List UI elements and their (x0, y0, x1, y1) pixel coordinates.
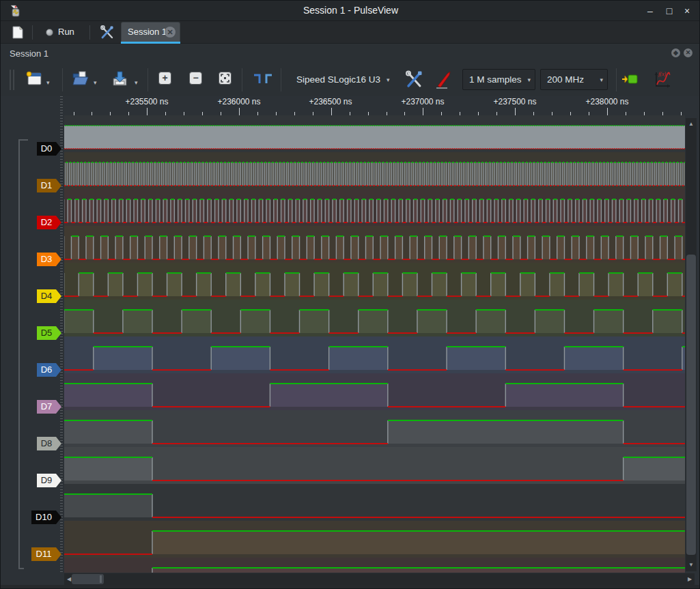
save-file-button[interactable] (111, 70, 129, 90)
horizontal-scroll-handle[interactable] (72, 574, 104, 584)
bottom-strip (1, 585, 700, 589)
chevron-down-icon: ▾ (600, 76, 603, 83)
ruler-major-tick (239, 108, 240, 115)
toolbar-drag-handle[interactable] (10, 70, 14, 90)
scroll-down-icon[interactable]: ▼ (686, 560, 697, 570)
open-file-button[interactable] (71, 70, 89, 90)
vertical-scroll-handle[interactable] (686, 255, 696, 555)
main-toolbar: Run Session 1 ✕ (1, 21, 700, 44)
add-math-signal-button[interactable]: f(x) (652, 70, 673, 90)
open-folder-icon (71, 70, 89, 87)
close-session-icon[interactable]: ✕ (684, 48, 692, 57)
time-ruler[interactable]: +235500 ns+236000 ns+236500 ns+237000 ns… (1, 96, 700, 115)
close-button[interactable]: × (679, 3, 695, 18)
wrench-screwdriver-icon (404, 70, 424, 90)
capture-toolbar: ▾ ▾ ▾ + − (1, 64, 700, 96)
settings-button[interactable] (99, 25, 115, 40)
save-icon (111, 70, 129, 88)
channel-tag-d11[interactable]: D11 (31, 547, 61, 561)
ruler-hatch-column (60, 96, 63, 573)
pulseview-window: Session 1 - PulseView – □ × Run (0, 0, 700, 589)
save-file-dropdown[interactable]: ▾ (135, 75, 138, 96)
minimize-button[interactable]: – (642, 3, 658, 18)
tools-icon (99, 25, 115, 40)
ruler-tick-label: +237500 ns (493, 97, 536, 106)
decoder-icon (621, 70, 640, 89)
session-title: Session 1 (10, 48, 48, 59)
ruler-tick-label: +236500 ns (309, 97, 352, 106)
toolbar-separator (148, 68, 148, 91)
trace-group-bracket[interactable] (18, 139, 28, 569)
channel-tag-d4[interactable]: D4 (37, 289, 61, 303)
open-file-dropdown[interactable]: ▾ (94, 75, 97, 96)
sample-count-value: 1 M samples (469, 74, 522, 85)
ruler-major-tick (147, 108, 148, 115)
math-function-icon: f(x) (652, 70, 673, 90)
scroll-grip (100, 575, 102, 583)
channel-tag-d1[interactable]: D1 (37, 179, 61, 192)
chevron-down-icon: ▾ (527, 76, 531, 83)
new-session-button[interactable] (10, 25, 25, 40)
ruler-major-tick (423, 108, 423, 115)
toolbar-separator (32, 25, 33, 40)
ruler-major-tick (331, 108, 332, 115)
ruler-major-tick (515, 108, 516, 115)
toolbar-separator (62, 68, 63, 91)
channel-tag-d3[interactable]: D3 (37, 253, 61, 266)
trigger-icon (252, 70, 274, 89)
new-session-icon (10, 25, 25, 40)
vertical-scrollbar[interactable]: ▲ ▼ (686, 118, 697, 571)
chevron-down-icon: ▾ (387, 76, 390, 83)
new-session-dropdown[interactable]: ▾ (46, 75, 50, 96)
sample-rate-combobox[interactable]: 200 MHz ▾ (540, 69, 608, 90)
channels-button[interactable] (434, 70, 454, 90)
trigger-settings-button[interactable] (252, 70, 274, 90)
svg-text:f(x): f(x) (658, 71, 666, 77)
window-title: Session 1 - PulseView (1, 5, 700, 16)
toolbar-separator (281, 68, 281, 91)
ruler-tick-label: +236000 ns (217, 97, 260, 106)
channel-tag-d5[interactable]: D5 (37, 326, 61, 340)
waveform-canvas[interactable] (64, 115, 685, 573)
capture-state-icon (46, 29, 53, 36)
new-session-window-button[interactable] (25, 70, 43, 90)
scroll-up-icon[interactable]: ▲ (686, 119, 697, 129)
zoom-in-button[interactable]: + (158, 72, 171, 85)
probe-icon (434, 70, 454, 90)
channel-tag-d2[interactable]: D2 (37, 216, 61, 229)
ruler-tick-label: +237000 ns (401, 97, 444, 106)
trace-view[interactable]: +235500 ns+236000 ns+236500 ns+237000 ns… (1, 96, 700, 589)
scroll-right-icon[interactable]: ▶ (685, 573, 695, 585)
detach-session-icon[interactable]: ◆ (671, 48, 680, 57)
tab-label: Session 1 (128, 27, 167, 37)
horizontal-scrollbar[interactable]: ◀ ▶ (64, 573, 695, 585)
maximize-button[interactable]: □ (661, 3, 677, 18)
toolbar-separator (616, 68, 617, 91)
zoom-fit-button[interactable] (219, 72, 232, 85)
titlebar: Session 1 - PulseView – □ × (1, 1, 700, 21)
tab-session-1[interactable]: Session 1 ✕ (121, 22, 180, 42)
zoom-fit-icon (219, 72, 231, 84)
channel-tag-d9[interactable]: D9 (37, 474, 61, 487)
new-window-icon (25, 70, 43, 87)
channel-tag-d6[interactable]: D6 (37, 363, 61, 377)
toolbar-separator (89, 25, 90, 40)
run-label: Run (58, 27, 74, 37)
ruler-tick-label: +238000 ns (585, 97, 628, 106)
channel-tag-d0[interactable]: D0 (37, 142, 61, 156)
ruler-major-tick (607, 108, 608, 115)
toolbar-separator (242, 68, 242, 91)
channel-tag-d7[interactable]: D7 (37, 400, 61, 414)
add-decoder-button[interactable] (621, 70, 640, 90)
zoom-out-button[interactable]: − (189, 72, 202, 85)
device-name: Sipeed SLogic16 U3 (296, 74, 380, 85)
ruler-tick-label: +235500 ns (125, 97, 168, 106)
run-button[interactable]: Run (40, 25, 80, 40)
channel-tag-d10[interactable]: D10 (31, 511, 61, 524)
tab-close-icon[interactable]: ✕ (165, 27, 176, 38)
session-header: Session 1 ◆ ✕ (1, 44, 700, 64)
channel-tag-d8[interactable]: D8 (37, 437, 61, 450)
sample-count-combobox[interactable]: 1 M samples ▾ (462, 69, 535, 90)
configure-device-button[interactable] (404, 70, 424, 90)
sample-rate-value: 200 MHz (547, 74, 584, 85)
